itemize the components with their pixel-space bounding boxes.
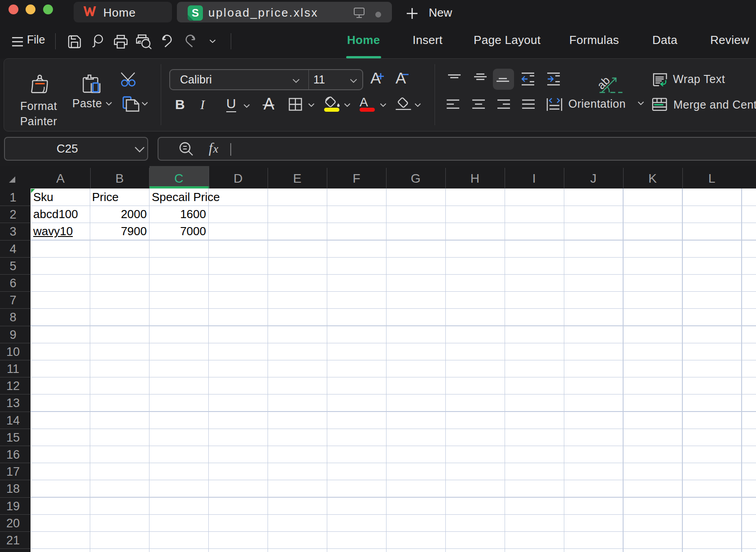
svg-text:ab: ab [596, 74, 612, 92]
